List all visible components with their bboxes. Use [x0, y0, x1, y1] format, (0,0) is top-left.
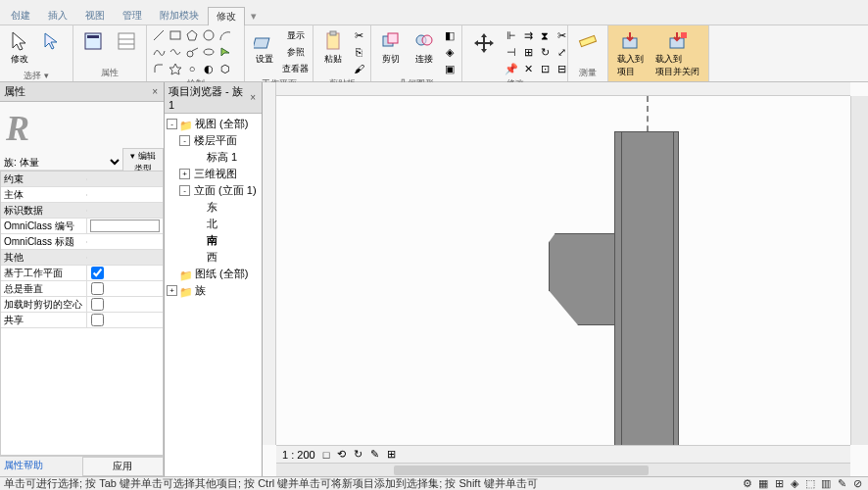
tab-insert[interactable]: 插入	[39, 6, 76, 24]
draw-m2[interactable]: ◐	[201, 61, 217, 76]
tab-manage[interactable]: 管理	[114, 6, 151, 24]
omniclass-number-input[interactable]	[90, 220, 160, 232]
tree-toggle[interactable]: +	[179, 169, 190, 179]
draw-arc[interactable]	[217, 27, 233, 43]
move-button[interactable]	[466, 27, 502, 59]
draw-fillet[interactable]	[151, 61, 167, 76]
select-cursor-button[interactable]	[37, 27, 69, 55]
view-ctrl-4[interactable]: ✎	[370, 448, 379, 461]
geom-g1[interactable]: ◧	[442, 27, 458, 43]
cut-geom-button[interactable]: 剪切	[375, 27, 407, 69]
mod-offset[interactable]: ⇉	[520, 27, 536, 43]
draw-star[interactable]	[168, 61, 183, 76]
status-icon-3[interactable]: ⊞	[772, 478, 786, 490]
tree-toggle[interactable]: +	[167, 285, 177, 296]
view-ctrl-1[interactable]: □	[323, 449, 330, 461]
copy-button[interactable]: ⎘	[351, 44, 366, 60]
status-icon-8[interactable]: ⊘	[850, 478, 864, 490]
mod-scale[interactable]: ⤢	[554, 44, 569, 60]
mod-pin[interactable]: 📌	[504, 61, 519, 76]
select-dropdown[interactable]: 选择 ▾	[4, 69, 69, 82]
properties-help-link[interactable]: 属性帮助	[0, 457, 82, 476]
view-ctrl-3[interactable]: ↻	[354, 448, 362, 461]
draw-circle[interactable]	[201, 27, 217, 43]
draw-wave[interactable]	[168, 44, 183, 60]
draw-spline[interactable]	[151, 44, 167, 60]
tree-node[interactable]: -楼层平面	[167, 132, 260, 149]
omniclass-title-value[interactable]	[86, 241, 163, 243]
tab-addins[interactable]: 附加模块	[151, 6, 208, 24]
type-properties-button[interactable]	[111, 27, 142, 55]
cut-button[interactable]: ✂	[351, 27, 366, 43]
tree-toggle[interactable]: -	[179, 135, 190, 146]
mod-array[interactable]: ⊞	[520, 44, 536, 60]
tree-toggle[interactable]: -	[179, 185, 190, 196]
modify-button[interactable]: 修改	[4, 27, 35, 69]
tree-node[interactable]: 南	[167, 232, 260, 249]
host-value[interactable]	[86, 194, 163, 196]
ref-plane-button[interactable]: 参照	[282, 44, 309, 60]
tree-node[interactable]: +三维视图	[167, 166, 260, 182]
load-into-project-button[interactable]: 载入到 项目	[612, 27, 649, 81]
properties-button[interactable]	[77, 27, 109, 55]
status-icon-2[interactable]: ▦	[756, 478, 770, 490]
pillar-shape[interactable]	[614, 131, 679, 470]
mod-trim[interactable]: ⊣	[504, 44, 519, 60]
tab-create[interactable]: 创建	[2, 6, 39, 24]
bracket-shape[interactable]	[549, 233, 614, 325]
status-icon-4[interactable]: ◈	[788, 478, 801, 490]
load-close-button[interactable]: 载入到 项目并关闭	[651, 27, 704, 81]
tree-node[interactable]: 📁图纸 (全部)	[167, 266, 260, 282]
tab-overflow[interactable]: ▾	[245, 8, 263, 24]
scroll-thumb-h[interactable]	[394, 466, 649, 475]
canvas-view[interactable]	[276, 96, 850, 445]
tab-view[interactable]: 视图	[76, 6, 114, 24]
scrollbar-horizontal[interactable]	[276, 463, 850, 476]
view-ctrl-5[interactable]: ⊞	[387, 448, 396, 461]
draw-tangent[interactable]	[184, 44, 200, 60]
family-type-select[interactable]: 族: 体量	[0, 156, 122, 169]
tree-node[interactable]: -📁视图 (全部)	[167, 116, 260, 132]
draw-m3[interactable]: ⬡	[217, 61, 233, 76]
paste-button[interactable]: 粘贴	[317, 27, 349, 69]
measure-button[interactable]	[572, 27, 603, 55]
tree-node[interactable]: 标高 1	[167, 149, 260, 166]
scale-display[interactable]: 1 : 200	[282, 449, 315, 461]
status-icon-6[interactable]: ▥	[819, 478, 833, 490]
tree-node[interactable]: 北	[167, 216, 260, 232]
view-ctrl-2[interactable]: ⟲	[337, 448, 346, 461]
scrollbar-vertical[interactable]	[850, 96, 868, 445]
status-icon-7[interactable]: ✎	[835, 478, 848, 490]
draw-ellipse[interactable]	[201, 44, 217, 60]
draw-pick[interactable]	[217, 44, 233, 60]
workplane-based-checkbox[interactable]	[91, 267, 104, 279]
join-geom-button[interactable]: 连接	[409, 27, 440, 69]
tree-node[interactable]: +📁族	[167, 282, 260, 299]
properties-close[interactable]: ×	[150, 86, 160, 97]
draw-polygon[interactable]	[184, 27, 200, 43]
mod-align[interactable]: ⊩	[504, 27, 519, 43]
tree-node[interactable]: 西	[167, 249, 260, 266]
tree-toggle[interactable]: -	[167, 119, 177, 129]
mod-del[interactable]: ✕	[520, 61, 536, 76]
draw-rect[interactable]	[168, 27, 183, 43]
mod-split[interactable]: ✂	[554, 27, 569, 43]
mod-rotate[interactable]: ↻	[537, 44, 553, 60]
shared-checkbox[interactable]	[91, 314, 104, 326]
draw-m1[interactable]: ○	[184, 61, 200, 76]
mod-m12[interactable]: ⊟	[554, 61, 569, 76]
tree-node[interactable]: -立面 (立面 1)	[167, 182, 260, 199]
cut-voids-checkbox[interactable]	[91, 298, 104, 311]
geom-g2[interactable]: ◈	[442, 44, 458, 60]
mod-m11[interactable]: ⊡	[537, 61, 553, 76]
apply-button[interactable]: 应用	[82, 457, 165, 476]
status-icon-1[interactable]: ⚙	[741, 478, 754, 490]
mod-mirror[interactable]: ⧗	[537, 27, 553, 43]
match-button[interactable]: 🖌	[351, 61, 366, 76]
status-icon-5[interactable]: ⬚	[803, 478, 817, 490]
tab-modify[interactable]: 修改	[208, 7, 245, 25]
always-vertical-checkbox[interactable]	[91, 282, 104, 295]
geom-g3[interactable]: ▣	[442, 61, 458, 76]
browser-close[interactable]: ×	[248, 92, 258, 103]
show-workplane-button[interactable]: 显示	[282, 27, 309, 43]
